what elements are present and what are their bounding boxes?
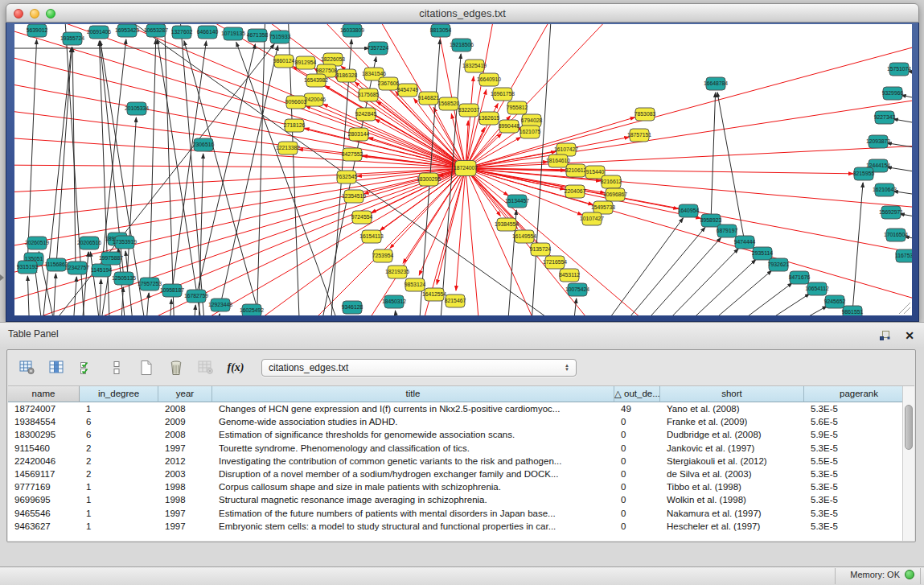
delete-table-button[interactable]	[167, 360, 185, 376]
cell-name[interactable]: 9699695	[8, 495, 80, 505]
cell-pagerank[interactable]: 5.9E-5	[804, 430, 914, 439]
cell-pagerank[interactable]: 5.3E-5	[804, 509, 914, 518]
cell-in_degree[interactable]: 1	[80, 482, 158, 492]
cell-year[interactable]: 2003	[158, 469, 212, 479]
column-header-in_degree[interactable]: in_degree	[80, 386, 158, 402]
cell-name[interactable]: 14569117	[8, 469, 80, 479]
cell-name[interactable]: 9465546	[8, 509, 80, 518]
cell-out_degree[interactable]: 49	[614, 404, 660, 414]
cell-year[interactable]: 1997	[158, 443, 212, 453]
table-row[interactable]: 911546021997Tourette syndrome. Phenomeno…	[8, 442, 914, 455]
show-columns-button[interactable]	[48, 360, 66, 376]
table-row[interactable]: 1872400712008Changes of HCN gene express…	[8, 402, 914, 415]
cell-pagerank[interactable]: 5.5E-5	[804, 456, 914, 466]
cell-title[interactable]: Disruption of a novel member of a sodium…	[212, 469, 614, 479]
minimize-window-button[interactable]	[30, 9, 39, 19]
table-selector-dropdown[interactable]: citations_edges.txt ▲▼	[261, 359, 577, 377]
cell-year[interactable]: 2008	[158, 430, 212, 439]
cell-title[interactable]: Embryonic stem cells: a model to study s…	[212, 521, 614, 531]
table-row[interactable]: 969969511998Structural magnetic resonanc…	[8, 493, 914, 506]
cell-out_degree[interactable]: 0	[614, 521, 660, 531]
cell-out_degree[interactable]: 0	[614, 495, 660, 505]
cell-title[interactable]: Genome-wide association studies in ADHD.	[212, 417, 614, 426]
table-row[interactable]: 946362711997Embryonic stem cells: a mode…	[8, 520, 914, 533]
cell-year[interactable]: 2012	[158, 456, 212, 466]
cell-out_degree[interactable]: 0	[614, 417, 660, 426]
cell-name[interactable]: 19384554	[8, 417, 80, 426]
cell-short[interactable]: Hescheler et al. (1997)	[660, 521, 804, 531]
cell-name[interactable]: 9115460	[8, 443, 80, 453]
cell-year[interactable]: 2009	[158, 417, 212, 426]
cell-short[interactable]: Tibbo et al. (1998)	[660, 482, 804, 492]
create-table-button[interactable]	[138, 360, 155, 376]
cell-name[interactable]: 9463627	[8, 521, 80, 531]
cell-out_degree[interactable]: 0	[614, 443, 660, 453]
row-height-button[interactable]	[108, 360, 125, 376]
cell-year[interactable]: 1998	[158, 482, 212, 492]
create-column-button[interactable]	[78, 360, 96, 376]
cell-name[interactable]: 22420046	[8, 456, 80, 466]
network-window-titlebar[interactable]: citations_edges.txt	[6, 3, 919, 23]
cell-name[interactable]: 18724007	[8, 404, 80, 414]
close-window-button[interactable]	[14, 9, 23, 19]
cell-short[interactable]: de Silva et al. (2003)	[660, 469, 804, 479]
cell-out_degree[interactable]: 0	[614, 430, 660, 439]
column-header-pagerank[interactable]: pagerank	[804, 386, 914, 402]
table-row[interactable]: 946554611997Estimation of the future num…	[8, 507, 914, 520]
cell-title[interactable]: Structural magnetic resonance image aver…	[212, 495, 614, 505]
cell-pagerank[interactable]: 5.3E-5	[804, 404, 914, 414]
cell-title[interactable]: Tourette syndrome. Phenomenology and cla…	[212, 443, 614, 453]
column-header-out_degree[interactable]: △ out_de...	[614, 386, 660, 402]
west-panel-handle-icon[interactable]	[0, 274, 4, 281]
cell-in_degree[interactable]: 1	[80, 521, 158, 531]
cell-name[interactable]: 18300295	[8, 430, 80, 439]
cell-in_degree[interactable]: 6	[80, 430, 158, 439]
cell-out_degree[interactable]: 0	[614, 469, 660, 479]
function-builder-button[interactable]: f(x)	[227, 360, 244, 376]
table-row[interactable]: 2242004622012Investigating the contribut…	[8, 455, 914, 468]
cell-short[interactable]: Dudbridge et al. (2008)	[660, 430, 804, 439]
cell-pagerank[interactable]: 5.3E-5	[804, 521, 914, 531]
cell-title[interactable]: Changes of HCN gene expression and I(f) …	[212, 404, 614, 414]
cell-pagerank[interactable]: 5.3E-5	[804, 443, 914, 453]
cell-out_degree[interactable]: 0	[614, 482, 660, 492]
cell-out_degree[interactable]: 0	[614, 509, 660, 518]
cell-in_degree[interactable]: 1	[80, 509, 158, 518]
cell-pagerank[interactable]: 5.3E-5	[804, 495, 914, 505]
cell-in_degree[interactable]: 6	[80, 417, 158, 426]
cell-title[interactable]: Corpus callosum shape and size in male p…	[212, 482, 614, 492]
cell-year[interactable]: 1997	[158, 521, 212, 531]
cell-short[interactable]: Franke et al. (2009)	[660, 417, 804, 426]
cell-pagerank[interactable]: 5.3E-5	[804, 469, 914, 479]
cell-short[interactable]: Yano et al. (2008)	[660, 404, 804, 414]
network-graph-canvas[interactable]: 1872400756390121935572420691406169534231…	[14, 24, 912, 315]
cell-short[interactable]: Stergiakouli et al. (2012)	[660, 456, 804, 466]
cell-out_degree[interactable]: 0	[614, 456, 660, 466]
cell-title[interactable]: Estimation of significance thresholds fo…	[212, 430, 614, 439]
cell-in_degree[interactable]: 2	[80, 469, 158, 479]
table-mode-button[interactable]	[18, 360, 36, 376]
cell-pagerank[interactable]: 5.3E-5	[804, 482, 914, 492]
table-row[interactable]: 1830029562008Estimation of significance …	[8, 428, 914, 441]
cell-in_degree[interactable]: 2	[80, 456, 158, 466]
cell-short[interactable]: Nakamura et al. (1997)	[660, 509, 804, 518]
column-header-name[interactable]: name	[8, 386, 80, 402]
table-row[interactable]: 977716911998Corpus callosum shape and si…	[8, 480, 914, 493]
cell-title[interactable]: Investigating the contribution of common…	[212, 456, 614, 466]
cell-year[interactable]: 1997	[158, 509, 212, 518]
table-scrollbar-thumb[interactable]	[905, 405, 913, 450]
table-scrollbar[interactable]	[902, 386, 914, 541]
canvas-resize-grip[interactable]	[899, 303, 910, 314]
close-panel-icon[interactable]: ✕	[905, 330, 914, 341]
column-header-year[interactable]: year	[158, 386, 212, 402]
cell-pagerank[interactable]: 5.6E-5	[804, 417, 914, 426]
memory-ok-icon[interactable]	[905, 570, 914, 579]
cell-in_degree[interactable]: 2	[80, 443, 158, 453]
cell-title[interactable]: Estimation of the future numbers of pati…	[212, 509, 614, 518]
cell-in_degree[interactable]: 1	[80, 404, 158, 414]
column-header-title[interactable]: title	[212, 386, 614, 402]
table-row[interactable]: 1938455462009Genome-wide association stu…	[8, 415, 914, 428]
cell-short[interactable]: Wolkin et al. (1998)	[660, 495, 804, 505]
cell-short[interactable]: Jankovic et al. (1997)	[660, 443, 804, 453]
cell-in_degree[interactable]: 1	[80, 495, 158, 505]
